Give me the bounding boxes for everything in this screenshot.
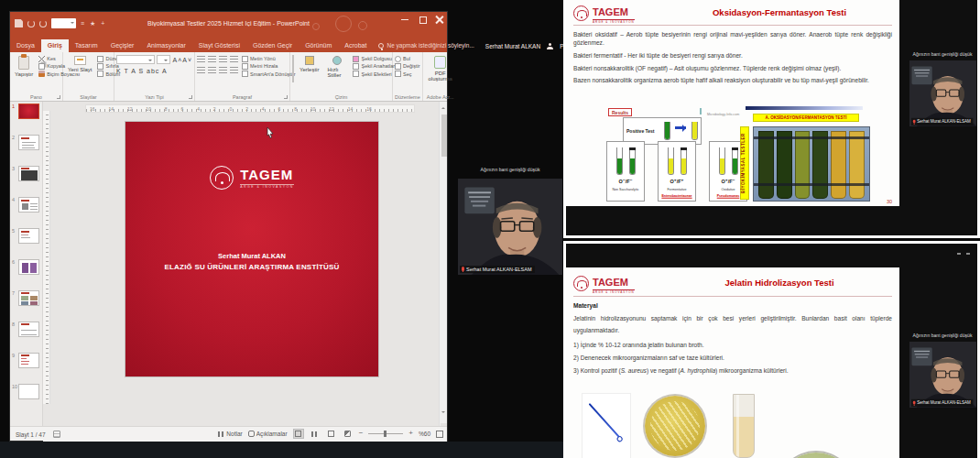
align-left-icon[interactable]: [197, 67, 205, 74]
smartart-button[interactable]: SmartArt'a Dönüştür: [242, 71, 296, 78]
webcam-thumbnail[interactable]: Serhat Murat ALKAN-ELSAM: [909, 60, 976, 126]
numbered-list-icon[interactable]: [208, 56, 216, 63]
replace-button[interactable]: Değiştir: [395, 62, 420, 70]
share-tile-jelatin[interactable]: TAGEM ARGE & İNOVASYON Jelatin Hidroliza…: [563, 241, 980, 458]
zoom-slider[interactable]: [368, 433, 403, 434]
minimize-button[interactable]: [400, 15, 409, 24]
shape-fill-button[interactable]: Şekil Dolgusu: [353, 55, 396, 62]
share-tile-oksidasyon[interactable]: TAGEM ARGE & İNOVASYON Oksidasyon-Ferman…: [563, 0, 980, 238]
webcam-tile-main[interactable]: Ağınızın bant genişliği düşük Serhat Mur…: [455, 145, 565, 277]
justify-icon[interactable]: [230, 67, 238, 74]
desktop-background-band: [0, 442, 563, 458]
webcam-thumbnail[interactable]: Serhat Murat ALKAN-ELSAM: [909, 342, 976, 408]
slide-canvas-area[interactable]: 16 14 12 10 8 6 4 2 0 2 4 6 8 10 12 14 1…: [50, 102, 439, 439]
tab-gorunum[interactable]: Görünüm: [299, 39, 338, 52]
qat-more-icons[interactable]: ≡ ★ +: [81, 20, 106, 27]
normal-view-button[interactable]: [293, 429, 304, 439]
line-spacing-icon[interactable]: [230, 56, 238, 63]
quick-styles-button[interactable]: Hızlı Stiller: [324, 55, 350, 82]
font-size-dropdown[interactable]: [157, 55, 171, 64]
titlebar-decoration: [308, 14, 390, 35]
scrollbar-thumb[interactable]: [441, 114, 447, 157]
slide-thumbnail-4[interactable]: [18, 197, 39, 213]
fit-to-window-icon[interactable]: [436, 431, 443, 438]
slideshow-view-button[interactable]: [343, 429, 354, 439]
slide-thumbnail-6[interactable]: [18, 259, 39, 275]
notes-toggle-button[interactable]: Notlar: [218, 431, 242, 437]
close-button[interactable]: [435, 15, 444, 24]
find-button[interactable]: Bul: [395, 55, 420, 62]
bullet-list-icon[interactable]: [197, 56, 205, 63]
slide-thumbnail-2[interactable]: [18, 135, 39, 150]
tagem-logo: TAGEM ARGE & İNOVASYON: [125, 166, 378, 190]
align-text-button[interactable]: Metni Hizala: [242, 62, 296, 70]
pdf-create-button[interactable]: PDF oluşturma: [425, 55, 456, 82]
slideshow-icon: [344, 431, 351, 437]
restore-button[interactable]: [418, 15, 427, 24]
zoom-out-button[interactable]: −: [359, 431, 364, 436]
new-slide-button[interactable]: Yeni Slayt: [65, 55, 94, 78]
tab-animasyonlar[interactable]: Animasyonlar: [140, 39, 191, 52]
participant-name-bar: Serhat Murat ALKAN-ELSAM: [911, 117, 974, 125]
slide-thumbnail-panel[interactable]: 1 2 3 4 5 6 7 8 9 10: [10, 102, 43, 439]
shape-effects-button[interactable]: Şekil Efektleri: [353, 71, 396, 78]
reset-icon: [97, 63, 103, 70]
tab-slayt-gosterisi[interactable]: Slayt Gösterisi: [192, 39, 246, 52]
undo-icon[interactable]: [27, 20, 35, 27]
tab-gozden-gecir[interactable]: Gözden Geçir: [246, 39, 299, 52]
scroll-down-icon[interactable]: [441, 411, 445, 415]
arrange-button[interactable]: Yerleştir: [297, 55, 321, 82]
font-style-buttons[interactable]: K T A S abc A: [116, 68, 192, 74]
tab-acrobat[interactable]: Acrobat: [338, 39, 373, 52]
select-button[interactable]: Seç: [395, 71, 420, 78]
zoom-level[interactable]: %60: [419, 431, 430, 437]
horizontal-ruler: 16 14 12 10 8 6 4 2 0 2 4 6 8 10 12 14 1…: [85, 104, 415, 113]
current-slide[interactable]: TAGEM ARGE & İNOVASYON Serhat Murat ALKA…: [125, 122, 378, 376]
slide-sorter-view-button[interactable]: [310, 429, 321, 439]
tab-giris[interactable]: Giriş: [41, 39, 69, 52]
slide-thumbnail-3[interactable]: [18, 166, 39, 181]
ribbon-tabs: Dosya Giriş Tasarım Geçişler Animasyonla…: [10, 37, 447, 52]
body-paragraph: Bakteri fermentatif - Her iki tüpte de b…: [573, 51, 892, 60]
shape-outline-button[interactable]: Şekil Anahatları: [353, 62, 396, 70]
align-right-icon[interactable]: [219, 67, 227, 74]
redo-icon[interactable]: [39, 20, 47, 27]
body-paragraph: Bazen nonsakkarolitik organizma aerob tü…: [573, 76, 892, 84]
normal-view-icon: [295, 431, 301, 437]
slide-thumbnail-8[interactable]: [18, 322, 39, 337]
dialog-launcher-icon[interactable]: [189, 95, 192, 99]
arrow-right-icon: [675, 126, 686, 129]
slide-thumbnail-7[interactable]: [18, 290, 39, 306]
quick-style-dropdown[interactable]: [51, 18, 76, 28]
align-center-icon[interactable]: [208, 67, 216, 74]
needle-icon: [589, 403, 622, 440]
font-name-dropdown[interactable]: [116, 55, 155, 64]
slide-thumbnail-9[interactable]: [18, 353, 39, 368]
tab-gecisler[interactable]: Geçişler: [104, 39, 141, 52]
spellcheck-icon[interactable]: [53, 431, 60, 438]
dialog-launcher-icon[interactable]: [57, 95, 60, 99]
tab-dosya[interactable]: Dosya: [10, 39, 41, 52]
tell-me-box[interactable]: Ne yapmak istediğinizi söyleyin...: [373, 39, 479, 52]
indent-icon[interactable]: [219, 56, 227, 63]
scroll-up-icon[interactable]: [441, 105, 445, 109]
zoom-in-button[interactable]: +: [408, 431, 413, 436]
tab-tasarim[interactable]: Tasarım: [69, 39, 104, 52]
of-slide: TAGEM ARGE & İNOVASYON Oksidasyon-Ferman…: [566, 0, 899, 206]
shapes-gallery[interactable]: ◻ ○ △ ◇ ☆ ⌒ △ ⌄ ( ) ☆: [292, 55, 294, 82]
grow-shrink-font-icons[interactable]: A˄A˅: [172, 57, 192, 63]
vertical-scrollbar[interactable]: [439, 102, 447, 439]
paste-button[interactable]: Yapıştır: [12, 55, 36, 78]
tagem-emblem-icon: [210, 166, 234, 190]
section-banner: A. OKSİDASYON/FERMANTASYON TESTİ: [753, 114, 859, 122]
slide-thumbnail-5[interactable]: [18, 228, 39, 244]
slide-thumbnail-10[interactable]: [18, 384, 39, 399]
reading-view-button[interactable]: [326, 429, 337, 439]
dialog-launcher-icon[interactable]: [284, 95, 288, 99]
thumbnail-row: 1: [10, 102, 42, 133]
slide-thumbnail-1[interactable]: [18, 104, 39, 119]
comments-toggle-button[interactable]: Açıklamalar: [248, 431, 288, 437]
microphone-icon: [462, 267, 464, 271]
save-icon[interactable]: [15, 19, 23, 27]
text-direction-button[interactable]: Metin Yönü: [242, 55, 296, 62]
